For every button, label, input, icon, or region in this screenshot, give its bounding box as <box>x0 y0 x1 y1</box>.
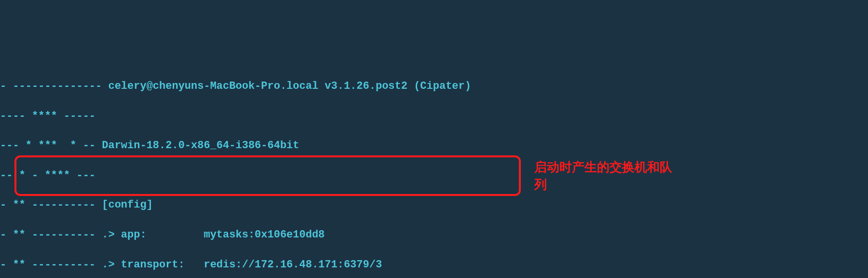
config-app: - ** ---------- .> app: mytasks:0x106e10… <box>0 228 868 243</box>
annotation-text: 启动时产生的交换机和队列 <box>534 158 674 194</box>
banner-line-title: - -------------- celery@chenyuns-MacBook… <box>0 79 868 94</box>
terminal-output: - -------------- celery@chenyuns-MacBook… <box>0 59 868 278</box>
banner-line-art: -- * - **** --- <box>0 168 868 183</box>
banner-line-os: --- * *** * -- Darwin-18.2.0-x86_64-i386… <box>0 139 868 153</box>
config-transport: - ** ---------- .> transport: redis://17… <box>0 258 868 273</box>
config-header: - ** ---------- [config] <box>0 198 868 213</box>
banner-line-art: ---- **** ----- <box>0 109 868 124</box>
